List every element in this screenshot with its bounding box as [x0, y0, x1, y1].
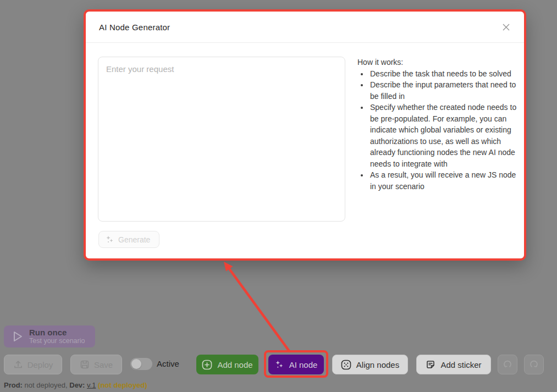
close-button[interactable] — [500, 21, 512, 33]
how-it-works-item: Describe the task that needs to be solve… — [369, 68, 520, 80]
modal-body: Generate How it works: Describe the task… — [86, 43, 524, 258]
run-once-sublabel: Test your scenario — [29, 337, 85, 345]
prod-value: not deployed, — [23, 381, 69, 389]
active-toggle[interactable] — [130, 358, 152, 370]
sparkles-icon — [275, 360, 284, 369]
deploy-button[interactable]: Deploy — [4, 355, 62, 374]
add-sticker-button[interactable]: Add sticker — [416, 355, 491, 374]
how-it-works-item: Specify whether the created node needs t… — [369, 102, 520, 169]
close-icon — [502, 23, 510, 31]
align-grid-icon — [341, 360, 351, 370]
run-once-button[interactable]: Run once Test your scenario — [4, 325, 95, 347]
how-it-works-heading: How it works: — [357, 57, 520, 68]
deploy-icon — [13, 360, 23, 369]
align-nodes-label: Align nodes — [356, 360, 399, 369]
scenario-editor-screen: AI Node Generator Generate How it works: — [0, 0, 557, 392]
how-it-works: How it works: Describe the task that nee… — [357, 57, 520, 192]
save-icon — [80, 360, 90, 369]
ai-node-generator-modal: AI Node Generator Generate How it works: — [84, 9, 526, 261]
play-icon — [12, 330, 24, 343]
modal-header: AI Node Generator — [86, 12, 524, 43]
deploy-label: Deploy — [27, 360, 53, 369]
dev-version-link[interactable]: v.1 — [87, 381, 96, 389]
ai-node-button[interactable]: AI node — [268, 355, 324, 374]
generate-button[interactable]: Generate — [98, 231, 159, 248]
dev-status: (not deployed) — [98, 381, 147, 389]
align-nodes-button[interactable]: Align nodes — [332, 355, 408, 374]
run-once-label: Run once — [29, 328, 85, 337]
request-input[interactable] — [98, 57, 345, 222]
redo-icon — [529, 360, 539, 369]
toggle-knob — [131, 359, 141, 369]
how-it-works-list: Describe the task that needs to be solve… — [357, 68, 520, 192]
run-once-text: Run once Test your scenario — [29, 328, 85, 345]
sparkles-icon — [106, 235, 114, 244]
modal-title: AI Node Generator — [99, 23, 170, 32]
undo-button[interactable] — [498, 355, 517, 374]
how-it-works-item: Describe the input parameters that need … — [369, 79, 520, 102]
dev-label: Dev: — [69, 381, 85, 389]
generate-label: Generate — [118, 235, 150, 244]
add-node-label: Add node — [217, 360, 252, 369]
prod-label: Prod: — [4, 381, 23, 389]
add-node-button[interactable]: Add node — [196, 355, 258, 374]
how-it-works-item: As a result, you will receive a new JS n… — [369, 169, 520, 192]
save-button[interactable]: Save — [70, 355, 122, 374]
undo-icon — [503, 360, 512, 369]
ai-node-label: AI node — [289, 360, 318, 369]
plus-icon — [202, 360, 212, 370]
sticker-icon — [426, 360, 435, 369]
save-label: Save — [94, 360, 113, 369]
add-sticker-label: Add sticker — [440, 360, 481, 369]
redo-button[interactable] — [524, 355, 544, 374]
deployment-status-bar: Prod: not deployed, Dev: v.1 (not deploy… — [4, 381, 147, 389]
active-label: Active — [157, 359, 179, 368]
